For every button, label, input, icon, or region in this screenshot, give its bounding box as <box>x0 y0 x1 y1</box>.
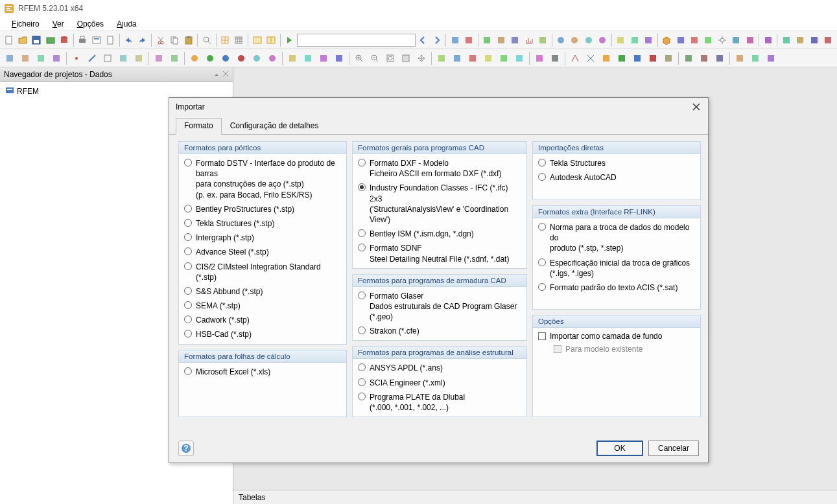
tool-print-icon[interactable] <box>77 33 89 47</box>
tool-db-icon[interactable] <box>58 33 70 47</box>
radio-ss-abbund[interactable]: S&S Abbund (*.stp) <box>184 286 341 297</box>
tool-generic-icon[interactable] <box>713 51 727 65</box>
tool-generic-icon[interactable] <box>34 51 48 65</box>
tool-generic-icon[interactable] <box>642 33 654 47</box>
tool-generic-icon[interactable] <box>733 51 747 65</box>
tool-generic-icon[interactable] <box>582 33 595 47</box>
tool-grid-icon[interactable] <box>218 33 231 47</box>
radio-intergraph[interactable]: Intergraph (*.stp) <box>184 233 341 243</box>
tool-generic-icon[interactable] <box>512 51 526 65</box>
radio-sema[interactable]: SEMA (*.stp) <box>184 301 341 311</box>
tab-config[interactable]: Configuração de detalhes <box>222 118 327 135</box>
tool-generic-icon[interactable] <box>794 33 807 47</box>
tool-nav-left-icon[interactable] <box>417 33 429 47</box>
menu-ficheiro[interactable]: Ficheiro <box>6 18 45 30</box>
radio-acis[interactable]: Formato padrão do texto ACIS (*.sat) <box>538 282 695 293</box>
tool-doc-icon[interactable] <box>104 33 116 47</box>
radio-ansys[interactable]: ANSYS APDL (*.ans) <box>358 363 521 373</box>
tool-copy-icon[interactable] <box>169 33 181 47</box>
tool-generic-icon[interactable] <box>218 51 233 65</box>
radio-advance-steel[interactable]: Advance Steel (*.stp) <box>184 247 341 257</box>
radio-sdnf[interactable]: Formato SDNFSteel Detailing Neutral File… <box>358 243 521 264</box>
pin-icon[interactable] <box>213 70 220 79</box>
tool-combo[interactable] <box>297 34 416 47</box>
tool-generic-icon[interactable] <box>615 33 627 47</box>
tool-redo-icon[interactable] <box>136 33 148 47</box>
tool-generic-icon[interactable] <box>628 33 641 47</box>
radio-bentley-ism[interactable]: Bentley ISM (*.ism.dgn, *.dgn) <box>358 229 521 239</box>
radio-igs[interactable]: Especificação inicial da troca de gráfic… <box>538 258 695 279</box>
tool-generic-icon[interactable] <box>661 51 676 65</box>
help-button[interactable]: ? <box>178 441 194 456</box>
radio-tekla-stp[interactable]: Tekla Structures (*.stp) <box>184 218 341 229</box>
tool-generic-icon[interactable] <box>49 51 64 65</box>
tool-zoom-fit-icon[interactable] <box>383 51 397 65</box>
tool-open-icon[interactable] <box>16 33 29 47</box>
tool-generic-icon[interactable] <box>167 51 182 65</box>
cancel-button[interactable]: Cancelar <box>648 441 699 456</box>
tool-generic-icon[interactable] <box>285 51 300 65</box>
tool-project-icon[interactable] <box>44 33 56 47</box>
radio-ifc[interactable]: Industry Foundation Classes - IFC (*.ifc… <box>358 183 521 225</box>
tool-generic-icon[interactable] <box>729 33 742 47</box>
tool-point-icon[interactable] <box>69 51 84 65</box>
tool-generic-icon[interactable] <box>481 33 493 47</box>
menu-ver[interactable]: Ver <box>47 18 69 30</box>
tool-generic-icon[interactable] <box>762 33 774 47</box>
tool-generic-icon[interactable] <box>152 51 166 65</box>
radio-tekla-direct[interactable]: Tekla Structures <box>538 158 695 168</box>
check-camada-fundo[interactable]: Importar como camada de fundo <box>538 332 695 341</box>
tool-cube-icon[interactable] <box>661 33 673 47</box>
tool-generic-icon[interactable] <box>316 51 331 65</box>
tool-panel1-icon[interactable] <box>251 33 263 47</box>
tool-generic-icon[interactable] <box>532 51 547 65</box>
tool-find-icon[interactable] <box>200 33 213 47</box>
tool-generic-icon[interactable] <box>116 51 130 65</box>
tool-settings-icon[interactable] <box>716 33 728 47</box>
tool-generic-icon[interactable] <box>301 51 315 65</box>
tool-generic-icon[interactable] <box>3 51 17 65</box>
radio-dstv[interactable]: Formato DSTV - Interface do produto de b… <box>184 158 341 200</box>
radio-plate[interactable]: Programa PLATE da Dlubal(*.000, *.001, *… <box>358 392 521 413</box>
tool-generic-icon[interactable] <box>536 33 548 47</box>
radio-autocad-direct[interactable]: Autodesk AutoCAD <box>538 172 695 183</box>
tool-generic-icon[interactable] <box>674 33 687 47</box>
tool-undo-icon[interactable] <box>123 33 135 47</box>
tool-nav-right-icon[interactable] <box>430 33 443 47</box>
tool-play-icon[interactable] <box>283 33 296 47</box>
tool-generic-icon[interactable] <box>481 51 495 65</box>
radio-glaser[interactable]: Formato GlaserDados estruturais de CAD P… <box>358 291 521 323</box>
tool-generic-icon[interactable] <box>764 51 778 65</box>
tool-generic-icon[interactable] <box>203 51 217 65</box>
tool-pan-icon[interactable] <box>414 51 429 65</box>
tool-generic-icon[interactable] <box>744 33 756 47</box>
tool-generic-icon[interactable] <box>681 51 696 65</box>
radio-scia[interactable]: SCIA Engineer (*.xml) <box>358 378 521 388</box>
menu-opcoes[interactable]: Opções <box>72 18 109 30</box>
radio-cadwork[interactable]: Cadwork (*.stp) <box>184 315 341 325</box>
tool-generic-icon[interactable] <box>630 51 644 65</box>
tool-generic-icon[interactable] <box>568 51 582 65</box>
tool-line-icon[interactable] <box>85 51 99 65</box>
tool-generic-icon[interactable] <box>697 51 711 65</box>
radio-cis2[interactable]: CIS/2 CIMsteel Integration Standard (*.s… <box>184 262 341 282</box>
tool-paste-icon[interactable] <box>182 33 195 47</box>
tool-zoom-out-icon[interactable] <box>368 51 382 65</box>
radio-excel[interactable]: Microsoft Excel (*.xls) <box>184 367 341 377</box>
close-icon[interactable] <box>222 70 229 79</box>
tool-generic-icon[interactable] <box>599 51 613 65</box>
dialog-close-button[interactable] <box>691 102 701 112</box>
tool-generic-icon[interactable] <box>495 33 507 47</box>
tool-generic-icon[interactable] <box>234 51 248 65</box>
tool-generic-icon[interactable] <box>399 51 413 65</box>
tool-generic-icon[interactable] <box>466 51 480 65</box>
radio-dxf[interactable]: Formato DXF - ModeloFicheiro ASCII em fo… <box>358 158 521 179</box>
menu-ajuda[interactable]: Ajuda <box>112 18 142 30</box>
tool-generic-icon[interactable] <box>100 51 115 65</box>
tool-chart-icon[interactable] <box>523 33 535 47</box>
tool-generic-icon[interactable] <box>497 51 511 65</box>
tool-grid2-icon[interactable] <box>233 33 245 47</box>
tool-generic-icon[interactable] <box>821 33 834 47</box>
radio-norma-step[interactable]: Norma para a troca de dados do modelo do… <box>538 222 695 254</box>
tree-root-item[interactable]: RFEM <box>3 84 230 98</box>
